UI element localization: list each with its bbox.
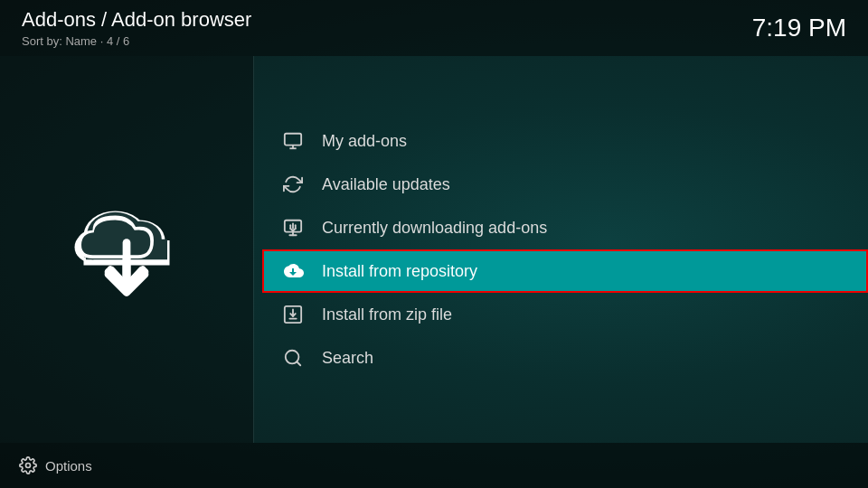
- svg-point-25: [26, 464, 31, 468]
- install-repo-label: Install from repository: [322, 262, 477, 281]
- main-menu: My add-ons Available updates Curre: [253, 56, 868, 443]
- addon-browser-icon: [59, 182, 194, 317]
- options-label: Options: [45, 458, 92, 474]
- page-subtitle: Sort by: Name · 4 / 6: [22, 34, 251, 48]
- page-title: Add-ons / Add-on browser: [22, 8, 251, 32]
- refresh-icon: [280, 172, 306, 197]
- options-icon: [18, 455, 38, 475]
- svg-line-24: [297, 361, 300, 365]
- options-section[interactable]: Options: [18, 455, 92, 475]
- clock: 7:19 PM: [752, 14, 846, 42]
- menu-item-install-repo[interactable]: Install from repository: [262, 249, 868, 293]
- available-updates-label: Available updates: [322, 175, 450, 194]
- zip-icon: [280, 302, 306, 327]
- menu-item-install-zip[interactable]: Install from zip file: [262, 293, 868, 336]
- header: Add-ons / Add-on browser Sort by: Name ·…: [0, 0, 868, 56]
- search-label: Search: [322, 349, 373, 368]
- search-icon: [280, 345, 306, 371]
- downloading-label: Currently downloading add-ons: [322, 219, 547, 238]
- menu-item-search[interactable]: Search: [262, 336, 868, 380]
- install-zip-label: Install from zip file: [322, 305, 452, 324]
- header-left: Add-ons / Add-on browser Sort by: Name ·…: [22, 8, 251, 47]
- sidebar-divider: [253, 56, 254, 443]
- cloud-download-icon: [280, 258, 306, 284]
- menu-item-available-updates[interactable]: Available updates: [262, 163, 868, 206]
- menu-item-downloading[interactable]: Currently downloading add-ons: [262, 206, 868, 249]
- downloading-icon: [280, 215, 306, 240]
- svg-rect-10: [285, 134, 301, 145]
- footer: Options: [0, 443, 868, 488]
- menu-item-my-addons[interactable]: My add-ons: [262, 119, 868, 163]
- monitor-icon: [280, 128, 306, 154]
- sidebar-panel: [0, 56, 253, 443]
- my-addons-label: My add-ons: [322, 132, 407, 151]
